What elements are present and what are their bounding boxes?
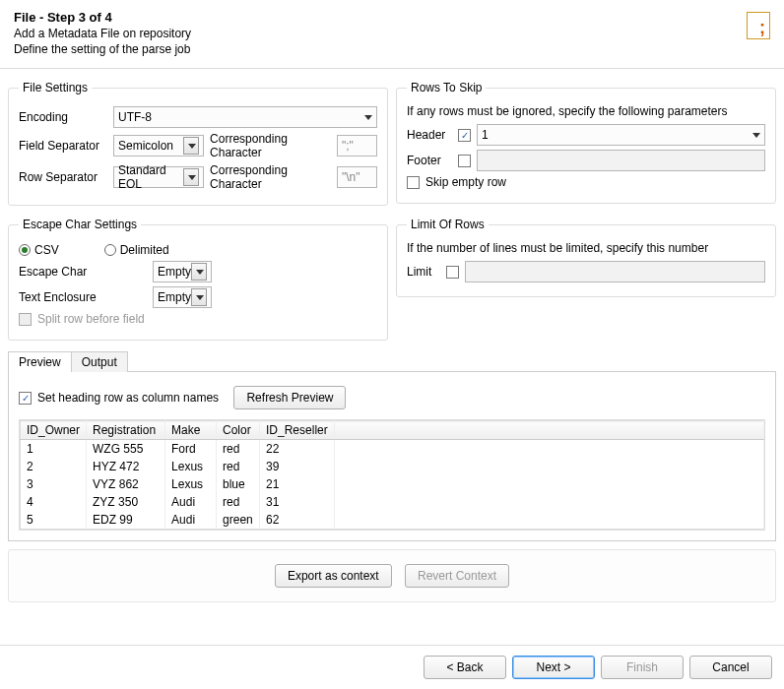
header-skip-combo[interactable]: 1 — [477, 124, 765, 146]
field-separator-char[interactable]: ";" — [337, 135, 377, 157]
table-row[interactable]: 2HYZ 472Lexusred39 — [21, 458, 764, 475]
table-row[interactable]: 3VYZ 862Lexusblue21 — [21, 475, 764, 493]
wizard-subtitle-1: Add a Metadata File on repository — [14, 27, 770, 40]
header-skip-label: Header — [407, 128, 452, 142]
wizard-title: File - Step 3 of 4 — [14, 10, 770, 25]
column-header[interactable]: ID_Owner — [21, 421, 87, 440]
limit-rows-legend: Limit Of Rows — [407, 218, 489, 231]
split-row-label: Split row before field — [37, 312, 145, 326]
column-header[interactable]: Registration — [87, 421, 165, 440]
escape-char-combo[interactable]: Empty — [153, 261, 212, 282]
header-skip-value: 1 — [482, 128, 752, 142]
revert-context-button: Revert Context — [405, 564, 509, 588]
dropdown-icon — [191, 263, 207, 281]
footer-skip-field — [477, 150, 765, 171]
limit-checkbox[interactable] — [446, 266, 459, 279]
split-row-checkbox — [19, 313, 32, 326]
cancel-button[interactable]: Cancel — [689, 656, 772, 679]
limit-rows-hint: If the number of lines must be limited, … — [407, 241, 765, 255]
file-settings-group: File Settings Encoding UTF-8 Field Separ… — [8, 81, 388, 206]
rows-to-skip-group: Rows To Skip If any rows must be ignored… — [396, 81, 776, 204]
file-icon — [747, 12, 770, 39]
heading-row-checkbox[interactable]: ✓ — [19, 392, 32, 405]
row-separator-value: Standard EOL — [118, 163, 183, 191]
tab-output[interactable]: Output — [71, 351, 128, 372]
preview-table: ID_OwnerRegistrationMakeColorID_Reseller… — [20, 420, 764, 530]
table-row[interactable]: 4ZYZ 350Audired31 — [21, 493, 764, 511]
field-separator-value: Semicolon — [118, 139, 183, 153]
preview-pane: ✓ Set heading row as column names Refres… — [8, 372, 776, 541]
back-button[interactable]: < Back — [424, 656, 506, 679]
escape-char-legend: Escape Char Settings — [19, 218, 141, 231]
footer-skip-checkbox[interactable] — [458, 155, 471, 167]
tab-preview[interactable]: Preview — [8, 351, 72, 372]
row-separator-combo[interactable]: Standard EOL — [113, 166, 204, 188]
rows-to-skip-hint: If any rows must be ignored, specify the… — [407, 104, 765, 118]
limit-label: Limit — [407, 265, 440, 279]
column-header[interactable]: Color — [217, 421, 260, 440]
delimited-radio[interactable]: Delimited — [104, 243, 169, 257]
dropdown-icon — [752, 133, 760, 138]
corresponding-char-label: Corresponding Character — [210, 132, 331, 159]
dropdown-icon — [364, 115, 372, 120]
skip-empty-checkbox[interactable] — [407, 176, 420, 189]
column-header[interactable]: Make — [165, 421, 217, 440]
field-separator-combo[interactable]: Semicolon — [113, 135, 204, 157]
row-separator-char[interactable]: "\n" — [337, 166, 377, 188]
preview-tabs: Preview Output — [8, 350, 776, 372]
escape-char-group: Escape Char Settings CSV Delimited Escap… — [8, 218, 388, 341]
column-header[interactable]: ID_Reseller — [260, 421, 335, 440]
heading-row-label: Set heading row as column names — [37, 391, 219, 405]
wizard-subtitle-2: Define the setting of the parse job — [14, 42, 770, 56]
limit-rows-group: Limit Of Rows If the number of lines mus… — [396, 218, 776, 297]
refresh-preview-button[interactable]: Refresh Preview — [233, 386, 346, 409]
encoding-label: Encoding — [19, 110, 107, 124]
row-separator-label: Row Separator — [19, 170, 107, 184]
csv-radio[interactable]: CSV — [19, 243, 59, 257]
context-button-row: Export as context Revert Context — [8, 549, 776, 602]
export-as-context-button[interactable]: Export as context — [275, 564, 392, 588]
header-skip-checkbox[interactable]: ✓ — [458, 129, 471, 142]
file-settings-legend: File Settings — [19, 81, 92, 94]
dropdown-icon — [183, 168, 199, 186]
wizard-header: File - Step 3 of 4 Add a Metadata File o… — [0, 0, 784, 62]
limit-field — [465, 261, 765, 282]
corresponding-char-label-2: Corresponding Character — [210, 163, 331, 191]
skip-empty-label: Skip empty row — [425, 175, 506, 189]
text-enclosure-label: Text Enclosure — [19, 290, 147, 304]
table-row[interactable]: 5EDZ 99Audigreen62 — [21, 511, 764, 530]
text-enclosure-combo[interactable]: Empty — [153, 286, 212, 308]
wizard-footer: < Back Next > Finish Cancel — [0, 645, 784, 689]
field-separator-label: Field Separator — [19, 139, 107, 153]
escape-char-label: Escape Char — [19, 265, 147, 279]
table-row[interactable]: 1WZG 555Fordred22 — [21, 440, 764, 459]
dropdown-icon — [191, 288, 207, 306]
rows-to-skip-legend: Rows To Skip — [407, 81, 486, 94]
dropdown-icon — [183, 137, 199, 155]
footer-skip-label: Footer — [407, 154, 452, 167]
encoding-value: UTF-8 — [118, 110, 364, 124]
next-button[interactable]: Next > — [512, 656, 595, 679]
encoding-combo[interactable]: UTF-8 — [113, 106, 377, 128]
finish-button: Finish — [601, 656, 684, 679]
